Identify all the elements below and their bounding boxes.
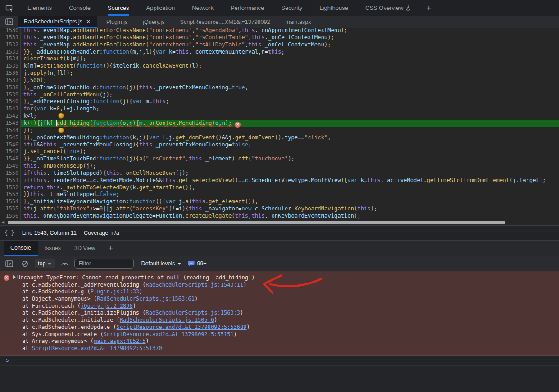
code-line-1539[interactable]: 1539this._onCellContextMenu(j); xyxy=(0,91,559,99)
code-line-1556[interactable]: 1556this._onKeyboardEventNavigationDeleg… xyxy=(0,213,559,220)
file-tab-jquery-js[interactable]: jQuery.js xyxy=(137,16,170,28)
code-line-1545[interactable]: 1545}},_onContextMenuHiding:function(k,j… xyxy=(0,134,559,141)
scroll-left-arrow-icon[interactable]: ◀ xyxy=(1,220,4,225)
console-messages-area[interactable]: ✕ Uncaught TypeError: Cannot read proper… xyxy=(0,271,559,392)
code-line-1554[interactable]: 1554},_initializeKeyboardNavigation:func… xyxy=(0,198,559,205)
line-number[interactable]: 1536 xyxy=(0,70,21,77)
line-number[interactable]: 1532 xyxy=(0,41,21,49)
stack-frame-link[interactable]: ScriptResource.axd?d…&t=13798092:5:53689 xyxy=(117,324,247,330)
tab-lighthouse[interactable]: Lighthouse xyxy=(311,0,357,16)
line-number[interactable]: 1535 xyxy=(0,63,21,70)
code-line-1540[interactable]: 1540},_addPreventClosing:function(j){var… xyxy=(0,98,559,105)
line-number[interactable]: 1541 xyxy=(0,105,21,113)
code-line-1555[interactable]: 1555if(j.attr("tabIndex")>=0||j.attr("ac… xyxy=(0,205,559,213)
file-tab-radschedulerscripts-js[interactable]: RadSchedulerScripts.js✕ xyxy=(18,16,97,28)
line-number[interactable]: 1548 xyxy=(0,155,21,163)
line-number[interactable]: 1533 xyxy=(0,49,21,56)
line-number[interactable]: 1552 xyxy=(0,184,21,191)
line-number[interactable]: 1542 xyxy=(0,113,21,120)
line-number[interactable]: 1553 xyxy=(0,191,21,198)
issues-counter[interactable]: 99+ xyxy=(188,260,206,267)
line-number[interactable]: 1530 xyxy=(0,28,21,34)
tab-sources[interactable]: Sources xyxy=(99,0,138,16)
line-number[interactable]: 1549 xyxy=(0,163,21,170)
file-tab-scriptresource-xm1-t-13798092[interactable]: ScriptResource....XM1&t=13798092 xyxy=(174,16,276,28)
code-line-1550[interactable]: 1550if(this._timeSlotTapped){this._onCel… xyxy=(0,170,559,177)
line-number[interactable]: 1543 xyxy=(0,120,21,127)
tab-network[interactable]: Network xyxy=(183,0,222,16)
file-tab-main-aspx[interactable]: main.aspx xyxy=(279,16,317,28)
stack-frame-link[interactable]: RadSchedulerScripts.js:1563:61 xyxy=(97,296,195,302)
line-number[interactable]: 1537 xyxy=(0,77,21,84)
pretty-print-icon[interactable]: { } xyxy=(0,230,20,236)
code-line-1533[interactable]: 1533}},_addLongTouchHandler:function(m,j… xyxy=(0,49,559,56)
stack-frame-link[interactable]: ScriptResource.axd?d…&t=13798092:5:51370 xyxy=(32,345,162,351)
show-navigator-icon[interactable] xyxy=(0,16,18,28)
line-number[interactable]: 1546 xyxy=(0,141,21,149)
code-line-1541[interactable]: 1541for(var k=0,l=j.length; xyxy=(0,105,559,113)
code-line-1548[interactable]: 1548}},_onTimeSlotTouchEnd:function(j){a… xyxy=(0,155,559,163)
code-editor[interactable]: 1530this._eventMap.addHandlerForClassNam… xyxy=(0,28,559,220)
tab-performance[interactable]: Performance xyxy=(222,0,273,16)
console-sidebar-toggle-icon[interactable] xyxy=(5,260,13,267)
stack-frame-link[interactable]: main.aspx:4852:5 xyxy=(94,338,146,344)
code-line-1551[interactable]: 1551if(this._renderMode==c.RenderMode.Mo… xyxy=(0,177,559,184)
line-number[interactable]: 1550 xyxy=(0,170,21,177)
stack-frame-link[interactable]: RadSchedulerScripts.js:1543:11 xyxy=(146,282,244,288)
line-number[interactable]: 1534 xyxy=(0,55,21,63)
line-number[interactable]: 1545 xyxy=(0,134,21,141)
code-line-1552[interactable]: 1552return this._switchToSelectedDay(k.g… xyxy=(0,184,559,191)
drawer-tab-issues[interactable]: Issues xyxy=(38,241,68,256)
line-number[interactable]: 1547 xyxy=(0,148,21,155)
javascript-context-dropdown[interactable]: top xyxy=(35,259,55,268)
line-number[interactable]: 1556 xyxy=(0,213,21,220)
close-tab-icon[interactable]: ✕ xyxy=(86,18,91,25)
tab-console[interactable]: Console xyxy=(60,0,99,16)
line-number[interactable]: 1544 xyxy=(0,127,21,134)
code-line-1530[interactable]: 1530this._eventMap.addHandlerForClassNam… xyxy=(0,28,559,34)
code-line-1536[interactable]: 1536j.apply(n,[l]); xyxy=(0,70,559,77)
stack-frame-link[interactable]: RadSchedulerScripts.js:1505:6 xyxy=(120,317,214,323)
line-number[interactable]: 1539 xyxy=(0,91,21,99)
code-line-1542[interactable]: 1542k<l; xyxy=(0,113,559,120)
drawer-tab-3d-view[interactable]: 3D View xyxy=(68,241,102,256)
code-line-1537[interactable]: 1537},500); xyxy=(0,77,559,84)
code-line-1547[interactable]: 1547j.set_cancel(true); xyxy=(0,148,559,155)
code-line-1553[interactable]: 1553}}this._timeSlotTapped=false; xyxy=(0,191,559,198)
line-number[interactable]: 1555 xyxy=(0,205,21,213)
expand-triangle-icon[interactable] xyxy=(13,275,16,279)
selection-handle-bottom[interactable] xyxy=(58,128,64,133)
line-number[interactable]: 1554 xyxy=(0,198,21,205)
console-prompt[interactable]: > xyxy=(0,356,559,366)
tab-application[interactable]: Application xyxy=(138,0,184,16)
code-line-1543[interactable]: 1543k++){j[k].add_hiding(function(o,n){m… xyxy=(0,120,559,127)
line-number[interactable]: 1531 xyxy=(0,34,21,41)
log-levels-dropdown[interactable]: Default levels xyxy=(141,260,181,267)
horizontal-scrollbar[interactable]: ◀ xyxy=(0,220,559,225)
code-line-1544[interactable]: 1544}); xyxy=(0,127,559,134)
code-line-1535[interactable]: 1535k[m]=setTimeout(function(){$telerik.… xyxy=(0,63,559,70)
code-line-1534[interactable]: 1534clearTimeout(k[m]); xyxy=(0,55,559,63)
line-number[interactable]: 1538 xyxy=(0,84,21,91)
code-line-1532[interactable]: 1532this._eventMap.addHandlerForClassNam… xyxy=(0,41,559,49)
line-number[interactable]: 1551 xyxy=(0,177,21,184)
tab-security[interactable]: Security xyxy=(273,0,311,16)
tab-css-overview[interactable]: CSS Overview xyxy=(357,0,420,16)
stack-frame-link[interactable]: RadSchedulerScripts.js:1563:3 xyxy=(146,310,241,316)
stack-frame-link[interactable]: jQuery.js:2:2898 xyxy=(81,303,133,309)
code-line-1546[interactable]: 1546if(l&&this._preventCtxMenuClosing){t… xyxy=(0,141,559,149)
clear-console-icon[interactable] xyxy=(22,260,28,267)
drawer-tab-console[interactable]: Console xyxy=(4,241,38,256)
new-drawer-tab-button[interactable]: + xyxy=(102,241,119,256)
file-tab-plugin-js[interactable]: Plugin.js xyxy=(100,16,133,28)
stack-frame-link[interactable]: ScriptResource.axd?d…&t=13798092:5:55151 xyxy=(104,331,234,337)
code-line-1549[interactable]: 1549this._onDocMouseUp(j); xyxy=(0,163,559,170)
live-expression-eye-icon[interactable] xyxy=(61,261,68,267)
selection-handle-top[interactable] xyxy=(58,113,64,119)
code-line-1531[interactable]: 1531this._eventMap.addHandlerForClassNam… xyxy=(0,34,559,41)
inspect-element-icon[interactable] xyxy=(0,0,19,16)
new-main-tab-button[interactable]: + xyxy=(420,0,437,16)
tab-elements[interactable]: Elements xyxy=(19,0,60,16)
line-number[interactable]: 1540 xyxy=(0,98,21,105)
console-filter-input[interactable] xyxy=(74,259,134,269)
